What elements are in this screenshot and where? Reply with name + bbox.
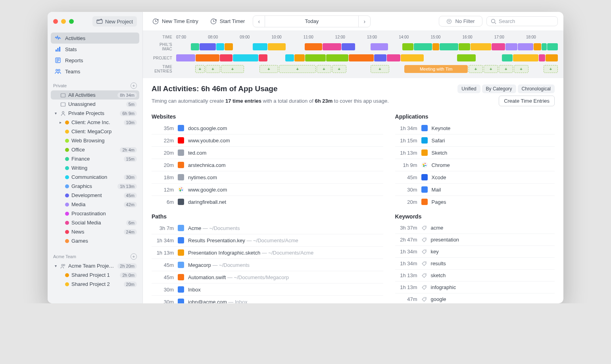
timeline-segment[interactable] <box>539 54 545 61</box>
suggested-entry[interactable]: + <box>469 65 483 73</box>
list-row[interactable]: 12m www.google.com <box>152 184 383 196</box>
suggested-entry[interactable]: + <box>332 65 346 73</box>
timeline-segment[interactable] <box>191 43 199 50</box>
timeline-segment[interactable] <box>268 43 286 50</box>
project-track[interactable] <box>176 54 558 61</box>
timeline-segment[interactable] <box>414 43 432 50</box>
tree-item[interactable]: Social Media 6m <box>51 218 139 227</box>
timeline-segment[interactable] <box>233 43 252 50</box>
list-row[interactable]: 45m Megacorp — ~/Documents <box>152 259 383 271</box>
timeline-segment[interactable] <box>220 54 232 61</box>
timeline-segment[interactable] <box>459 43 470 50</box>
entries-track[interactable]: ++++++++Meeting with Tim+++++ <box>176 65 558 73</box>
timeline-segment[interactable] <box>323 43 342 50</box>
date-label[interactable]: Today <box>265 18 358 24</box>
tree-item[interactable]: Writing <box>51 163 139 172</box>
timeline-segment[interactable] <box>424 54 434 61</box>
timeline-segment[interactable] <box>388 43 402 50</box>
tree-item[interactable]: Shared Project 1 2h 0m <box>51 270 139 280</box>
timeline-segment[interactable] <box>176 54 195 61</box>
list-row[interactable]: 1h 13m sketch <box>395 270 555 282</box>
tree-item[interactable]: ▾ Acme Team Projects 2h 20m <box>51 261 139 270</box>
add-team-project-button[interactable]: + <box>131 253 137 260</box>
add-private-project-button[interactable]: + <box>131 82 137 89</box>
tree-item[interactable]: Finance 15m <box>51 154 139 163</box>
list-row[interactable]: 1h 15m Safari <box>395 134 555 147</box>
timeline-segment[interactable] <box>476 54 501 61</box>
suggested-entry[interactable]: + <box>221 65 244 73</box>
nav-stats[interactable]: Stats <box>51 44 139 55</box>
suggested-entry[interactable]: + <box>544 65 558 73</box>
list-row[interactable]: 1h 34m key <box>395 246 555 258</box>
tree-item[interactable]: Games <box>51 236 139 245</box>
timeline-segment[interactable] <box>326 54 348 61</box>
suggested-entry[interactable]: + <box>484 65 498 73</box>
tree-item[interactable]: Client: MegaCorp <box>51 127 139 136</box>
list-row[interactable]: 30m john@acme.com — Inbox <box>152 296 383 303</box>
suggested-entry[interactable]: + <box>279 65 316 73</box>
timeline-segment[interactable] <box>518 43 533 50</box>
list-row[interactable]: 3h 37m acme <box>395 222 555 234</box>
timeline-segment[interactable] <box>513 54 538 61</box>
filter-dropdown[interactable]: No Filter <box>439 16 482 27</box>
timeline-segment[interactable] <box>233 54 258 61</box>
list-row[interactable]: 45m Xcode <box>395 171 555 184</box>
timeline-segment[interactable] <box>268 54 284 61</box>
timeline-segment[interactable] <box>196 54 219 61</box>
timeline-segment[interactable] <box>492 43 505 50</box>
timeline-segment[interactable] <box>259 54 268 61</box>
timeline-segment[interactable] <box>349 54 374 61</box>
nav-activities[interactable]: Activities <box>51 33 139 44</box>
timeline-segment[interactable] <box>387 54 401 61</box>
timeline-segment[interactable] <box>253 43 267 50</box>
tree-item[interactable]: Graphics 1h 13m <box>51 182 139 191</box>
timeline-segment[interactable] <box>176 43 190 50</box>
close-window-icon[interactable] <box>53 19 58 24</box>
tree-item[interactable]: Development 45m <box>51 191 139 200</box>
list-row[interactable]: 45m Automation.swift — ~/Documents/Megac… <box>152 271 383 284</box>
view-tab-chronological[interactable]: Chronological <box>518 84 555 93</box>
view-tab-by category[interactable]: By Category <box>482 84 516 93</box>
timeline-segment[interactable] <box>216 43 224 50</box>
timeline-segment[interactable] <box>402 43 413 50</box>
timeline-segment[interactable] <box>200 43 216 50</box>
suggested-entry[interactable]: + <box>206 65 220 73</box>
minimize-window-icon[interactable] <box>61 19 66 24</box>
tree-item[interactable]: Office 2h 4m <box>51 145 139 154</box>
list-row[interactable]: 20m arstechnica.com <box>152 159 383 171</box>
timeline-segment[interactable] <box>285 54 294 61</box>
suggested-entry[interactable]: + <box>195 65 205 73</box>
timeline-segment[interactable] <box>294 54 305 61</box>
timeline-segment[interactable] <box>401 54 424 61</box>
suggested-entry[interactable]: + <box>259 65 279 73</box>
timeline-segment[interactable] <box>542 43 547 50</box>
new-time-entry-button[interactable]: New Time Entry <box>148 16 202 27</box>
tree-item[interactable]: Communication 30m <box>51 172 139 182</box>
timeline-segment[interactable] <box>371 43 388 50</box>
timeline-segment[interactable] <box>374 54 386 61</box>
search-input[interactable]: Search <box>486 16 558 26</box>
list-row[interactable]: 22m www.youtube.com <box>152 134 383 147</box>
list-row[interactable]: 18m nytimes.com <box>152 171 383 184</box>
suggested-entry[interactable]: + <box>371 65 390 73</box>
tree-item[interactable]: Web Browsing <box>51 136 139 145</box>
list-row[interactable]: 6m daringfireball.net <box>152 196 383 208</box>
timeline-segment[interactable] <box>286 43 304 50</box>
list-row[interactable]: 2h 47m presentation <box>395 234 555 246</box>
list-row[interactable]: 20m ted.com <box>152 147 383 159</box>
tree-item[interactable]: Procrastination <box>51 209 139 218</box>
timeline-segment[interactable] <box>305 54 326 61</box>
timeline-segment[interactable] <box>225 43 233 50</box>
prev-day-button[interactable]: ‹ <box>253 16 265 27</box>
time-entry-meeting[interactable]: Meeting with Tim <box>404 65 468 73</box>
suggested-entry[interactable]: + <box>499 65 513 73</box>
list-row[interactable]: 30m Inbox <box>152 284 383 296</box>
tree-item[interactable]: News 24m <box>51 227 139 236</box>
list-row[interactable]: 30m Mail <box>395 184 555 196</box>
timeline-segment[interactable] <box>457 54 476 61</box>
list-row[interactable]: 20m Pages <box>395 196 555 208</box>
list-row[interactable]: 35m docs.google.com <box>152 122 383 134</box>
timeline-segment[interactable] <box>546 54 558 61</box>
list-row[interactable]: 47m google <box>395 293 555 303</box>
list-row[interactable]: 3h 7m Acme — ~/Documents <box>152 222 383 234</box>
